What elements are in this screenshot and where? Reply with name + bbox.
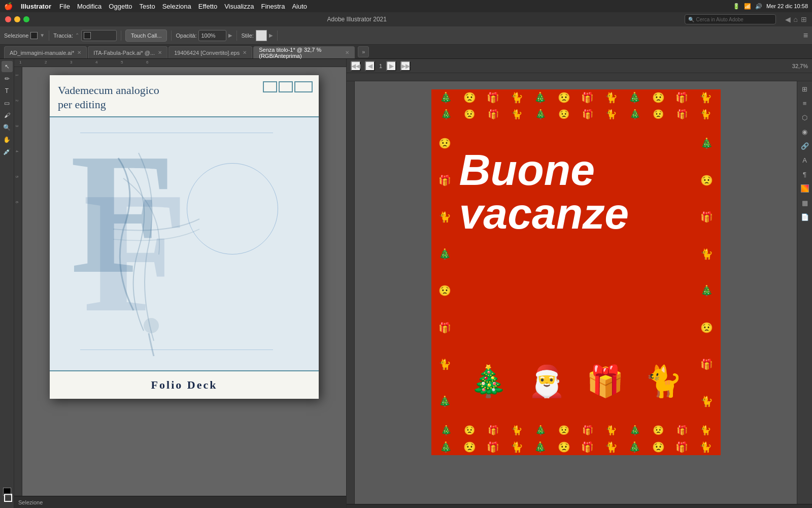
menu-finestra[interactable]: Finestra	[261, 3, 285, 10]
emoji-l6: 🎁	[438, 322, 451, 334]
menu-effetto[interactable]: Effetto	[198, 3, 217, 10]
status-bar-right: Selezione	[347, 504, 812, 508]
emoji-t2-10: 😟	[653, 109, 664, 120]
toolbar-separator-3	[171, 30, 172, 41]
page-icon-group	[263, 81, 313, 92]
panel-pathfinder[interactable]: ⬡	[799, 112, 810, 123]
stroke-color[interactable]	[4, 494, 12, 502]
emoji-t2-12: 🐈	[700, 109, 711, 120]
stroke-value-box[interactable]	[81, 30, 117, 41]
style-swatch[interactable]	[256, 30, 267, 41]
bottom-emoji-row-2: 🎄 😟 🎁 🐈 🎄 😟 🎁 🐈 🎄 😟 🎁 🐈	[431, 424, 721, 437]
tool-eyedropper[interactable]: 💉	[2, 146, 13, 157]
tab-ad-immagini-close[interactable]: ✕	[77, 50, 81, 55]
status-bar-left: Selezione	[14, 496, 346, 508]
more-options-btn[interactable]: ≡	[803, 31, 808, 40]
tool-text[interactable]: T	[2, 85, 13, 97]
emoji-b7: 🎁	[581, 441, 594, 453]
emoji-b9: 🎄	[628, 441, 641, 453]
tool-pen[interactable]: ✏	[2, 73, 13, 84]
nav-back[interactable]: ◀	[785, 15, 791, 23]
menu-seleziona[interactable]: Seleziona	[162, 3, 191, 10]
tab-senza-titolo-close[interactable]: ✕	[345, 50, 349, 55]
emoji-b2-3: 🎁	[488, 425, 499, 436]
svg-text:F: F	[83, 156, 188, 348]
nav-prev-btn[interactable]: ◀◀	[351, 61, 361, 71]
opacity-arrow[interactable]: ▶	[228, 33, 232, 38]
swatch-arrow[interactable]: ▼	[40, 33, 45, 38]
tab-ita-fabula-close[interactable]: ✕	[158, 50, 162, 55]
nav-home[interactable]: ⌂	[794, 15, 798, 23]
right-canvas[interactable]: ◀◀ ◀ 1 ▶ ▶▶ 32,7% 🎄 😟	[347, 59, 812, 508]
panel-gradient[interactable]: ▦	[799, 197, 810, 208]
fill-color-swatch[interactable]	[30, 32, 38, 39]
emoji-t2-1: 🎄	[441, 109, 452, 120]
toolbar-separator-2	[121, 30, 121, 41]
color-preview	[801, 184, 809, 193]
menu-oggetto[interactable]: Oggetto	[109, 3, 132, 10]
emoji-t2-8: 🐈	[605, 109, 617, 120]
opacity-value-box[interactable]: 100%	[198, 30, 226, 41]
emoji-t2-6: 😟	[558, 109, 569, 120]
menu-visualizza[interactable]: Visualizza	[224, 3, 254, 10]
maximize-button[interactable]	[23, 16, 29, 22]
page-num: 1	[379, 63, 382, 69]
panel-type[interactable]: A	[799, 154, 810, 166]
card-main-text-container: Buone vacanze	[459, 148, 693, 235]
emoji-t2-9: 🎄	[629, 109, 640, 120]
card-canvas-area[interactable]: 🎄 😟 🎁 🐈 🎄 😟 🎁 🐈 🎄 😟 🎁 🐈	[355, 81, 797, 504]
tab-ita-fabula[interactable]: ITA-Fabula-Pack.ai* @... ✕	[88, 46, 167, 58]
emoji-b2-7: 🎁	[582, 425, 593, 436]
page-footer: Folio Deck	[50, 371, 319, 399]
view-toggle[interactable]: ⊞	[801, 15, 807, 23]
close-button[interactable]	[5, 16, 11, 22]
card-main-text: Buone vacanze	[459, 148, 693, 235]
minimize-button[interactable]	[14, 16, 20, 22]
left-canvas[interactable]: 1 2 3 4 5 6 1 2 3 4 5 6	[14, 59, 347, 508]
card-text-line2: vacanze	[459, 192, 693, 235]
nav-fwd-btn[interactable]: ▶	[386, 61, 396, 71]
panel-appearance[interactable]: ◉	[799, 126, 810, 137]
emoji-b2-1: 🎄	[441, 425, 452, 436]
tool-hand[interactable]: ✋	[2, 134, 13, 145]
menu-testo[interactable]: Testo	[140, 3, 155, 10]
panel-links[interactable]: 🔗	[799, 140, 810, 151]
tab-ad-immagini[interactable]: AD_immagini-manuale.ai* ✕	[4, 46, 87, 58]
menu-bar-right: 🔋📶🔊Mer 22 dic 10:58	[733, 3, 808, 10]
panel-transform[interactable]: ⊞	[799, 83, 810, 94]
card-center-emojis: 🎄 🎅 🎁 🐈	[459, 363, 693, 399]
tab-senza-titolo[interactable]: Senza titolo-1* @ 32,7 % (RGB/Anteprima)…	[253, 46, 355, 58]
panel-paragraph[interactable]: ¶	[799, 169, 810, 180]
nav-last-btn[interactable]: ▶▶	[400, 61, 411, 71]
menu-modifica[interactable]: Modifica	[77, 3, 101, 10]
search-field[interactable]: Cerca in Aiuto Adobe	[696, 17, 743, 22]
tool-shape[interactable]: ▭	[2, 98, 13, 109]
tool-zoom[interactable]: 🔍	[2, 122, 13, 133]
tool-brush[interactable]: 🖌	[2, 110, 13, 121]
tool-selection[interactable]: ↖	[2, 61, 13, 72]
nav-back-btn[interactable]: ◀	[365, 61, 375, 71]
tab-19406424-label: 19406424 [Convertito].eps	[174, 50, 240, 56]
page-header: Vademecum analogico per editing	[50, 75, 319, 117]
page-icon-2	[279, 81, 293, 92]
tab-more-button[interactable]: »	[358, 46, 369, 57]
tab-19406424[interactable]: 19406424 [Convertito].eps ✕	[168, 46, 252, 58]
app-name: Illustrator	[21, 3, 51, 10]
menu-items: File Modifica Oggetto Testo Seleziona Ef…	[59, 3, 307, 10]
panel-color[interactable]	[799, 183, 810, 194]
emoji-t2-3: 🎁	[488, 109, 499, 120]
opacity-value: 100%	[201, 33, 215, 39]
menu-aiuto[interactable]: Aiuto	[292, 3, 307, 10]
tab-19406424-close[interactable]: ✕	[243, 50, 247, 55]
apple-menu[interactable]: 🍎	[4, 2, 13, 10]
stroke-up[interactable]: ⌃	[75, 33, 79, 38]
panel-layers[interactable]: 📄	[799, 211, 810, 223]
style-arrow[interactable]: ▶	[269, 33, 273, 38]
emoji-l8: 🎄	[438, 395, 451, 407]
touch-calligraphic-button[interactable]: Touch Call...	[125, 29, 167, 42]
emoji-b11: 🎁	[675, 441, 688, 453]
stroke-color-swatch[interactable]	[84, 32, 91, 39]
adobe-title-bar: Adobe Illustrator 2021 🔍 Cerca in Aiuto …	[0, 12, 812, 26]
menu-file[interactable]: File	[59, 3, 70, 10]
panel-align[interactable]: ≡	[799, 98, 810, 109]
